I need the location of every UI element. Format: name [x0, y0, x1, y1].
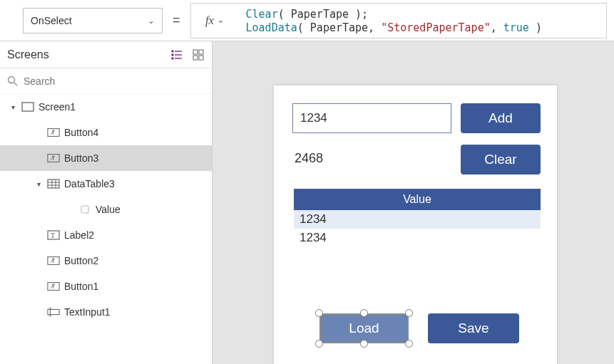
svg-rect-9	[199, 56, 203, 60]
tree-title: Screens	[7, 48, 170, 61]
selection-handle[interactable]	[405, 309, 413, 317]
tree: ▾Screen1Button4Button3▾DataTable3ValueTL…	[0, 94, 212, 364]
tree-item-label: Label2	[64, 229, 94, 241]
tree-item-label2[interactable]: TLabel2	[0, 222, 212, 248]
property-dropdown-label: OnSelect	[31, 15, 72, 26]
text-input-value: 1234	[300, 111, 327, 125]
text-input[interactable]: 1234	[292, 103, 451, 133]
selection-handle[interactable]	[405, 340, 413, 348]
tree-item-value[interactable]: Value	[0, 197, 212, 222]
svg-rect-12	[22, 103, 34, 111]
screen-icon	[21, 100, 34, 113]
tree-item-datatable3[interactable]: ▾DataTable3	[0, 171, 212, 197]
data-table-header: Value	[294, 189, 541, 210]
svg-rect-6	[193, 50, 198, 54]
table-row[interactable]: 1234	[294, 229, 541, 247]
label-icon: T	[47, 229, 60, 241]
svg-rect-15	[48, 180, 59, 188]
table-row[interactable]: 1234	[294, 210, 541, 229]
save-button[interactable]: Save	[428, 313, 519, 343]
svg-point-10	[9, 77, 15, 83]
data-table[interactable]: Value 12341234	[294, 189, 541, 247]
button-icon	[47, 280, 60, 293]
sum-label: 2468	[295, 151, 323, 166]
property-dropdown[interactable]: OnSelect ⌄	[23, 8, 163, 33]
tree-item-label: Button4	[64, 127, 98, 138]
selection-handle[interactable]	[315, 309, 323, 317]
svg-point-3	[172, 51, 173, 52]
caret-icon: ▾	[34, 180, 43, 188]
tree-item-label: TextInput1	[64, 306, 111, 318]
selection-handle[interactable]	[360, 340, 368, 348]
tree-item-screen1[interactable]: ▾Screen1	[0, 94, 212, 120]
chevron-down-icon: ⌄	[148, 16, 155, 26]
equals-label: =	[173, 13, 180, 28]
tree-view-list-icon[interactable]	[170, 48, 183, 61]
add-button[interactable]: Add	[461, 103, 541, 133]
load-button[interactable]: Load	[319, 313, 409, 343]
button-icon	[47, 254, 60, 267]
tree-item-label: Button3	[64, 152, 98, 164]
button-icon	[47, 152, 60, 165]
datatable-icon	[47, 177, 60, 190]
tree-item-label: Button1	[64, 281, 98, 292]
svg-line-11	[14, 83, 17, 85]
tree-item-button2[interactable]: Button2	[0, 248, 212, 274]
search-icon	[7, 76, 18, 86]
tree-header: Screens	[0, 41, 212, 68]
tree-search[interactable]	[0, 68, 212, 94]
formula-bar[interactable]: Clear( PaperTape ); LoadData( PaperTape,…	[239, 3, 607, 38]
app-screen: 1234 Add 2468 Clear Value 12341234 Load	[274, 85, 557, 364]
tree-item-button4[interactable]: Button4	[0, 120, 212, 145]
textinput-icon	[47, 306, 60, 318]
svg-point-5	[172, 58, 173, 59]
tree-item-button3[interactable]: Button3	[0, 145, 212, 171]
fx-icon: fx	[205, 14, 214, 28]
svg-rect-7	[199, 50, 203, 54]
tree-item-button1[interactable]: Button1	[0, 274, 212, 299]
clear-button[interactable]: Clear	[461, 145, 541, 175]
selection-handle[interactable]	[360, 309, 368, 317]
search-input[interactable]	[24, 76, 205, 87]
selection-handle[interactable]	[315, 340, 323, 348]
button-icon	[47, 126, 60, 139]
canvas: 1234 Add 2468 Clear Value 12341234 Load	[213, 41, 614, 364]
fx-box[interactable]: fx ⌄	[190, 3, 239, 38]
top-bar: OnSelect ⌄ = fx ⌄ Clear( PaperTape ); Lo…	[0, 0, 614, 41]
tree-item-label: Value	[96, 204, 121, 215]
tree-item-label: Button2	[64, 255, 98, 266]
chevron-down-icon: ⌄	[217, 15, 224, 26]
column-icon	[78, 203, 91, 216]
tree-item-textinput1[interactable]: TextInput1	[0, 299, 212, 325]
svg-rect-25	[48, 309, 59, 314]
svg-point-4	[172, 54, 173, 56]
tree-item-label: DataTable3	[64, 178, 115, 189]
svg-rect-8	[193, 56, 198, 60]
svg-rect-20	[81, 206, 88, 213]
main: Screens ▾Screen1Button4Button3▾DataTable…	[0, 41, 614, 364]
tree-view-grid-icon[interactable]	[192, 48, 205, 61]
caret-icon: ▾	[9, 103, 17, 111]
tree-item-label: Screen1	[39, 101, 76, 113]
svg-text:T: T	[51, 232, 55, 239]
tree-pane: Screens ▾Screen1Button4Button3▾DataTable…	[0, 41, 213, 364]
